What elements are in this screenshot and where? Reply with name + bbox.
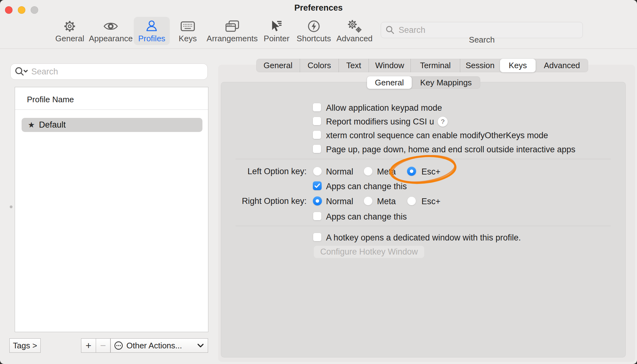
toolbar-label-advanced: Advanced (336, 34, 373, 43)
toolbar-label-appearance: Appearance (89, 34, 133, 43)
tab-keys[interactable]: Keys (500, 59, 536, 72)
tab-general[interactable]: General (256, 59, 300, 72)
tab-colors[interactable]: Colors (300, 59, 339, 72)
toolbar-item-profiles[interactable]: Profiles (134, 17, 170, 45)
toolbar-search-caption: Search (455, 35, 508, 45)
left-option-esc-radio[interactable] (407, 167, 416, 176)
right-option-normal-label: Normal (326, 197, 353, 206)
toolbar-label-profiles: Profiles (138, 34, 166, 43)
right-option-meta-label: Meta (377, 197, 396, 206)
tab-text[interactable]: Text (339, 59, 369, 72)
toolbar-item-advanced[interactable]: Advanced (332, 17, 377, 45)
screen: Preferences General Appearance (0, 0, 637, 364)
profile-name: Default (39, 120, 66, 130)
left-option-normal-label: Normal (326, 167, 353, 177)
keys-subtabs: General Key Mappings (367, 76, 480, 89)
other-actions-dropdown[interactable]: Other Actions... (110, 338, 208, 353)
checkbox-modify-other-keys[interactable] (313, 130, 321, 139)
profile-row-default[interactable]: ★ Default (22, 118, 202, 132)
profile-list-panel: Profile Name ★ Default (15, 87, 208, 332)
right-option-esc-label: Esc+ (421, 197, 441, 206)
right-option-key-label: Right Option key: (242, 196, 307, 206)
profile-search-field[interactable] (10, 63, 208, 80)
configure-hotkey-window-button: Configure Hotkey Window (313, 245, 425, 258)
default-star-icon: ★ (28, 120, 35, 129)
checkbox-modify-other-keys-label: xterm control sequence can enable modify… (326, 131, 548, 140)
section-divider (236, 159, 611, 159)
ellipsis-circle-icon (114, 341, 123, 350)
profile-section-tabs: General Colors Text Window Terminal Sess… (256, 59, 588, 72)
toolbar-label-general: General (55, 34, 84, 43)
subtab-key-mappings[interactable]: Key Mappings (412, 76, 480, 89)
profile-search-input[interactable] (31, 67, 204, 77)
tags-button[interactable]: Tags > (9, 338, 41, 353)
checkbox-page-scroll[interactable] (313, 144, 321, 153)
right-option-normal-radio[interactable] (313, 196, 322, 205)
checkbox-keypad-mode[interactable] (313, 103, 321, 112)
hotkey-window-checkbox[interactable] (313, 233, 322, 241)
right-apps-can-change-checkbox[interactable] (313, 212, 322, 220)
hotkey-window-label: A hotkey opens a dedicated window with t… (326, 233, 521, 243)
subtab-general[interactable]: General (367, 76, 412, 89)
keyboard-icon (180, 19, 195, 34)
toolbar-label-arrangements: Arrangements (206, 34, 257, 43)
left-option-normal-radio[interactable] (313, 167, 322, 176)
left-apps-can-change-checkbox[interactable] (313, 181, 322, 190)
left-option-meta-label: Meta (377, 167, 396, 177)
remove-profile-button: − (96, 338, 111, 353)
add-remove-profile-group: + − (81, 338, 110, 353)
window-edge-dot (10, 205, 13, 208)
toolbar-item-shortcuts[interactable]: Shortcuts (292, 17, 335, 45)
toolbar-item-arrangements[interactable]: Arrangements (202, 17, 262, 45)
preferences-window: Preferences General Appearance (0, 0, 637, 364)
other-actions-label: Other Actions... (126, 341, 194, 351)
right-apps-can-change-label: Apps can change this (326, 212, 407, 222)
tab-advanced[interactable]: Advanced (536, 59, 588, 72)
toolbar-item-general[interactable]: General (51, 17, 89, 45)
right-option-esc-radio[interactable] (407, 196, 416, 205)
tab-session[interactable]: Session (460, 59, 500, 72)
section-divider (236, 226, 611, 226)
search-icon (385, 25, 395, 35)
bolt-circle-icon (307, 19, 321, 34)
checkbox-page-scroll-label: Page up, page down, home and end scroll … (326, 145, 575, 154)
toolbar-search-input[interactable] (398, 25, 578, 35)
toolbar-label-pointer: Pointer (264, 34, 289, 43)
tab-terminal[interactable]: Terminal (410, 59, 460, 72)
windows-icon (225, 19, 239, 34)
toolbar-separator (0, 48, 637, 49)
profile-list-header: Profile Name (27, 95, 74, 104)
cursor-icon (270, 19, 283, 34)
left-option-esc-label: Esc+ (421, 167, 441, 177)
header-divider (15, 109, 208, 110)
left-option-meta-radio[interactable] (364, 167, 373, 176)
add-profile-button[interactable]: + (81, 338, 96, 353)
left-apps-can-change-label: Apps can change this (326, 182, 407, 191)
eye-icon (103, 19, 118, 34)
gears-icon (347, 19, 362, 34)
toolbar-item-pointer[interactable]: Pointer (259, 17, 294, 45)
checkbox-csi-u-label: Report modifiers using CSI u (326, 117, 434, 127)
checkbox-keypad-mode-label: Allow application keypad mode (326, 103, 442, 113)
chevron-down-icon (197, 343, 204, 348)
gear-icon (63, 19, 77, 34)
toolbar-item-keys[interactable]: Keys (174, 17, 201, 45)
right-option-meta-radio[interactable] (364, 196, 373, 205)
window-title: Preferences (0, 3, 637, 13)
checkbox-csi-u[interactable] (313, 117, 321, 125)
tab-window[interactable]: Window (369, 59, 410, 72)
person-icon (145, 19, 159, 34)
toolbar-label-keys: Keys (179, 34, 197, 43)
help-button[interactable]: ? (438, 117, 448, 127)
toolbar-item-appearance[interactable]: Appearance (84, 17, 137, 45)
search-menu-icon (14, 67, 28, 77)
toolbar-label-shortcuts: Shortcuts (297, 34, 331, 43)
left-option-key-label: Left Option key: (247, 167, 307, 176)
